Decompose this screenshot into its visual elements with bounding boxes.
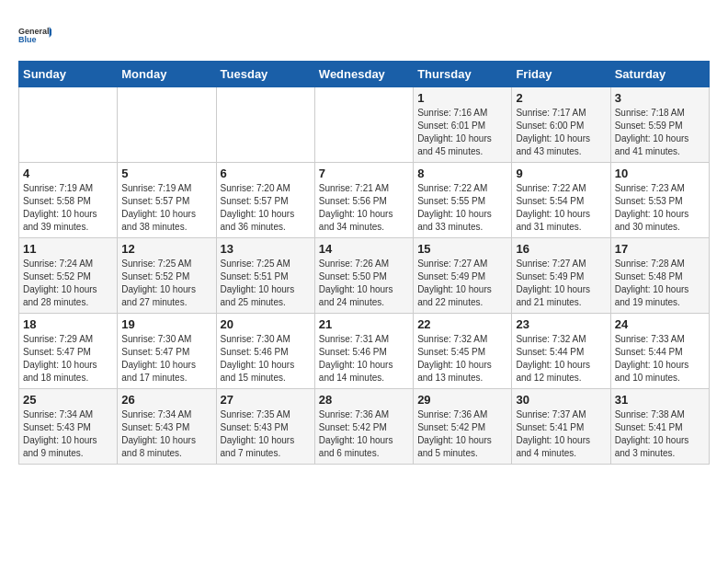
day-info: Sunrise: 7:19 AM Sunset: 5:58 PM Dayligh… bbox=[23, 182, 113, 234]
day-info: Sunrise: 7:23 AM Sunset: 5:53 PM Dayligh… bbox=[615, 182, 705, 234]
calendar-cell: 16Sunrise: 7:27 AM Sunset: 5:49 PM Dayli… bbox=[512, 238, 610, 314]
weekday-header-friday: Friday bbox=[512, 62, 610, 87]
day-number: 12 bbox=[121, 242, 211, 256]
day-info: Sunrise: 7:28 AM Sunset: 5:48 PM Dayligh… bbox=[615, 258, 705, 309]
day-number: 6 bbox=[221, 167, 311, 180]
day-number: 5 bbox=[121, 167, 211, 180]
calendar-week-4: 18Sunrise: 7:29 AM Sunset: 5:47 PM Dayli… bbox=[19, 314, 710, 389]
day-number: 27 bbox=[221, 393, 311, 407]
calendar-cell: 20Sunrise: 7:30 AM Sunset: 5:46 PM Dayli… bbox=[216, 314, 314, 389]
calendar-cell: 18Sunrise: 7:29 AM Sunset: 5:47 PM Dayli… bbox=[19, 314, 118, 389]
calendar-cell: 28Sunrise: 7:36 AM Sunset: 5:42 PM Dayli… bbox=[314, 389, 413, 465]
calendar-cell: 27Sunrise: 7:35 AM Sunset: 5:43 PM Dayli… bbox=[216, 389, 314, 465]
weekday-header-saturday: Saturday bbox=[610, 62, 709, 87]
day-info: Sunrise: 7:30 AM Sunset: 5:47 PM Dayligh… bbox=[121, 333, 211, 385]
calendar-cell bbox=[19, 87, 118, 163]
day-info: Sunrise: 7:32 AM Sunset: 5:44 PM Dayligh… bbox=[516, 333, 606, 385]
svg-text:General: General bbox=[18, 27, 50, 36]
day-info: Sunrise: 7:24 AM Sunset: 5:52 PM Dayligh… bbox=[23, 258, 113, 309]
day-info: Sunrise: 7:27 AM Sunset: 5:49 PM Dayligh… bbox=[516, 258, 606, 309]
calendar-cell: 19Sunrise: 7:30 AM Sunset: 5:47 PM Dayli… bbox=[118, 314, 216, 389]
day-number: 9 bbox=[516, 167, 606, 180]
weekday-header-row: SundayMondayTuesdayWednesdayThursdayFrid… bbox=[19, 62, 710, 87]
calendar-cell bbox=[216, 87, 314, 163]
day-number: 20 bbox=[221, 317, 311, 331]
day-info: Sunrise: 7:27 AM Sunset: 5:49 PM Dayligh… bbox=[417, 258, 507, 309]
day-number: 15 bbox=[417, 242, 507, 256]
calendar-week-3: 11Sunrise: 7:24 AM Sunset: 5:52 PM Dayli… bbox=[19, 238, 710, 314]
day-number: 28 bbox=[319, 393, 409, 407]
weekday-header-monday: Monday bbox=[118, 62, 216, 87]
day-number: 19 bbox=[121, 317, 211, 331]
day-number: 3 bbox=[615, 91, 705, 105]
day-info: Sunrise: 7:22 AM Sunset: 5:55 PM Dayligh… bbox=[417, 182, 507, 234]
calendar-cell: 13Sunrise: 7:25 AM Sunset: 5:51 PM Dayli… bbox=[216, 238, 314, 314]
day-number: 31 bbox=[615, 393, 705, 407]
day-info: Sunrise: 7:31 AM Sunset: 5:46 PM Dayligh… bbox=[319, 333, 409, 385]
calendar-cell: 31Sunrise: 7:38 AM Sunset: 5:41 PM Dayli… bbox=[610, 389, 709, 465]
day-number: 14 bbox=[319, 242, 409, 256]
calendar-cell: 3Sunrise: 7:18 AM Sunset: 5:59 PM Daylig… bbox=[610, 87, 709, 163]
day-info: Sunrise: 7:25 AM Sunset: 5:52 PM Dayligh… bbox=[121, 258, 211, 309]
day-info: Sunrise: 7:38 AM Sunset: 5:41 PM Dayligh… bbox=[615, 408, 705, 460]
day-number: 1 bbox=[417, 91, 507, 105]
calendar-cell: 25Sunrise: 7:34 AM Sunset: 5:43 PM Dayli… bbox=[19, 389, 118, 465]
day-number: 16 bbox=[516, 242, 606, 256]
calendar-cell: 22Sunrise: 7:32 AM Sunset: 5:45 PM Dayli… bbox=[414, 314, 512, 389]
day-number: 4 bbox=[23, 167, 113, 180]
logo-svg: General Blue bbox=[18, 18, 51, 52]
day-info: Sunrise: 7:18 AM Sunset: 5:59 PM Dayligh… bbox=[615, 107, 705, 158]
day-info: Sunrise: 7:33 AM Sunset: 5:44 PM Dayligh… bbox=[615, 333, 705, 385]
calendar-week-1: 1Sunrise: 7:16 AM Sunset: 6:01 PM Daylig… bbox=[19, 87, 710, 163]
day-info: Sunrise: 7:22 AM Sunset: 5:54 PM Dayligh… bbox=[516, 182, 606, 234]
calendar-cell: 6Sunrise: 7:20 AM Sunset: 5:57 PM Daylig… bbox=[216, 163, 314, 238]
calendar-week-2: 4Sunrise: 7:19 AM Sunset: 5:58 PM Daylig… bbox=[19, 163, 710, 238]
calendar-cell bbox=[118, 87, 216, 163]
day-info: Sunrise: 7:34 AM Sunset: 5:43 PM Dayligh… bbox=[23, 408, 113, 460]
day-number: 17 bbox=[615, 242, 705, 256]
day-info: Sunrise: 7:32 AM Sunset: 5:45 PM Dayligh… bbox=[417, 333, 507, 385]
day-info: Sunrise: 7:35 AM Sunset: 5:43 PM Dayligh… bbox=[221, 408, 311, 460]
calendar-table: SundayMondayTuesdayWednesdayThursdayFrid… bbox=[18, 61, 710, 465]
calendar-cell: 2Sunrise: 7:17 AM Sunset: 6:00 PM Daylig… bbox=[512, 87, 610, 163]
calendar-week-5: 25Sunrise: 7:34 AM Sunset: 5:43 PM Dayli… bbox=[19, 389, 710, 465]
day-number: 2 bbox=[516, 91, 606, 105]
day-number: 25 bbox=[23, 393, 113, 407]
day-number: 26 bbox=[121, 393, 211, 407]
calendar-cell: 7Sunrise: 7:21 AM Sunset: 5:56 PM Daylig… bbox=[314, 163, 413, 238]
calendar-cell: 10Sunrise: 7:23 AM Sunset: 5:53 PM Dayli… bbox=[610, 163, 709, 238]
weekday-header-sunday: Sunday bbox=[19, 62, 118, 87]
calendar-cell: 15Sunrise: 7:27 AM Sunset: 5:49 PM Dayli… bbox=[414, 238, 512, 314]
header: General Blue bbox=[18, 18, 710, 52]
calendar-cell: 8Sunrise: 7:22 AM Sunset: 5:55 PM Daylig… bbox=[414, 163, 512, 238]
calendar-cell: 17Sunrise: 7:28 AM Sunset: 5:48 PM Dayli… bbox=[610, 238, 709, 314]
calendar-cell: 24Sunrise: 7:33 AM Sunset: 5:44 PM Dayli… bbox=[610, 314, 709, 389]
day-number: 22 bbox=[417, 317, 507, 331]
day-info: Sunrise: 7:16 AM Sunset: 6:01 PM Dayligh… bbox=[417, 107, 507, 158]
day-info: Sunrise: 7:17 AM Sunset: 6:00 PM Dayligh… bbox=[516, 107, 606, 158]
day-info: Sunrise: 7:36 AM Sunset: 5:42 PM Dayligh… bbox=[417, 408, 507, 460]
day-number: 24 bbox=[615, 317, 705, 331]
day-info: Sunrise: 7:19 AM Sunset: 5:57 PM Dayligh… bbox=[121, 182, 211, 234]
day-info: Sunrise: 7:21 AM Sunset: 5:56 PM Dayligh… bbox=[319, 182, 409, 234]
weekday-header-wednesday: Wednesday bbox=[314, 62, 413, 87]
day-info: Sunrise: 7:30 AM Sunset: 5:46 PM Dayligh… bbox=[221, 333, 311, 385]
calendar-cell: 30Sunrise: 7:37 AM Sunset: 5:41 PM Dayli… bbox=[512, 389, 610, 465]
day-number: 29 bbox=[417, 393, 507, 407]
day-number: 21 bbox=[319, 317, 409, 331]
calendar-cell: 11Sunrise: 7:24 AM Sunset: 5:52 PM Dayli… bbox=[19, 238, 118, 314]
logo: General Blue bbox=[18, 18, 51, 52]
calendar-cell: 12Sunrise: 7:25 AM Sunset: 5:52 PM Dayli… bbox=[118, 238, 216, 314]
calendar-cell: 26Sunrise: 7:34 AM Sunset: 5:43 PM Dayli… bbox=[118, 389, 216, 465]
calendar-cell: 9Sunrise: 7:22 AM Sunset: 5:54 PM Daylig… bbox=[512, 163, 610, 238]
day-number: 13 bbox=[221, 242, 311, 256]
day-number: 10 bbox=[615, 167, 705, 180]
weekday-header-tuesday: Tuesday bbox=[216, 62, 314, 87]
day-info: Sunrise: 7:37 AM Sunset: 5:41 PM Dayligh… bbox=[516, 408, 606, 460]
calendar-cell: 23Sunrise: 7:32 AM Sunset: 5:44 PM Dayli… bbox=[512, 314, 610, 389]
svg-text:Blue: Blue bbox=[18, 35, 37, 44]
day-info: Sunrise: 7:20 AM Sunset: 5:57 PM Dayligh… bbox=[221, 182, 311, 234]
day-number: 11 bbox=[23, 242, 113, 256]
day-info: Sunrise: 7:26 AM Sunset: 5:50 PM Dayligh… bbox=[319, 258, 409, 309]
day-info: Sunrise: 7:36 AM Sunset: 5:42 PM Dayligh… bbox=[319, 408, 409, 460]
